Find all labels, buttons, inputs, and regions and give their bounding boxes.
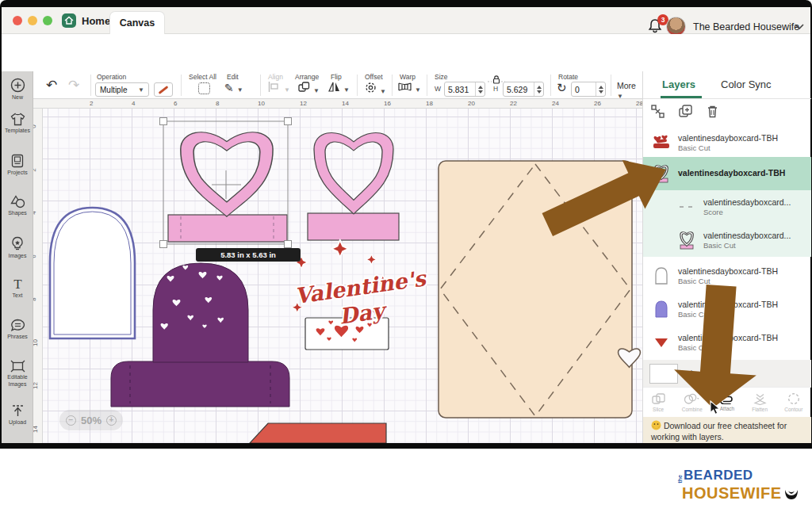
selection-handle[interactable] bbox=[285, 241, 292, 248]
sidebar-item-label: Shapes bbox=[8, 210, 27, 217]
delete-layer-icon[interactable] bbox=[707, 105, 718, 121]
width-value: 5.831 bbox=[445, 85, 475, 94]
selection-handle[interactable] bbox=[160, 118, 167, 125]
heart-box-card-shape-selected[interactable] bbox=[168, 132, 287, 242]
design-canvas[interactable]: 246810121416182022242628 02468101214 bbox=[33, 99, 642, 443]
purple-box-shape[interactable] bbox=[111, 263, 289, 407]
home-nav[interactable]: Home bbox=[62, 13, 110, 28]
attach-paperclip-icon bbox=[719, 394, 735, 404]
redo-icon[interactable]: ↷ bbox=[68, 77, 79, 94]
flatten-button[interactable]: Flatten bbox=[752, 393, 768, 412]
sidebar-item-text[interactable]: T Text bbox=[2, 277, 33, 300]
height-label: H bbox=[493, 85, 498, 93]
sidebar-item-label: Projects bbox=[7, 170, 27, 177]
sidebar-item-shapes[interactable]: Shapes bbox=[2, 195, 33, 217]
more-label: More bbox=[617, 81, 636, 90]
selection-handle[interactable] bbox=[285, 118, 292, 125]
selection-handle[interactable] bbox=[160, 241, 167, 248]
canvas-tab-label: Canvas bbox=[120, 17, 155, 29]
select-all-icon[interactable] bbox=[198, 82, 210, 94]
layer-row[interactable]: valentinesdayboxcard-TBHBasic Cut bbox=[643, 260, 811, 292]
sidebar-item-phrases[interactable]: Phrases bbox=[2, 319, 33, 341]
layer-name: valentinesdayboxcard... bbox=[703, 231, 791, 242]
sidebar-item-images[interactable]: Images bbox=[2, 236, 33, 260]
width-input[interactable]: 5.831 bbox=[444, 82, 485, 97]
layer-thumbnail-white-arch bbox=[651, 266, 672, 285]
combine-label: Combine bbox=[682, 407, 703, 412]
flatten-icon bbox=[753, 393, 767, 405]
maximize-window-button[interactable] bbox=[43, 16, 52, 25]
sidebar-item-projects[interactable]: Projects bbox=[2, 154, 33, 177]
rotate-input[interactable]: 0 bbox=[571, 82, 606, 97]
tab-color-sync[interactable]: Color Sync bbox=[721, 78, 772, 90]
flip-icon[interactable]: ▼ bbox=[328, 82, 350, 94]
operation-select[interactable]: Multiple▼ bbox=[95, 82, 149, 97]
layer-type: Basic Cut bbox=[678, 143, 778, 152]
sidebar-item-upload[interactable]: Upload bbox=[2, 404, 33, 426]
height-input[interactable]: 5.629 bbox=[503, 82, 544, 97]
rotate-icon[interactable]: ↻ bbox=[557, 81, 567, 95]
red-box-shape[interactable] bbox=[250, 423, 386, 443]
sidebar-item-editable-images[interactable]: Editable Images bbox=[2, 360, 33, 388]
sidebar-item-new[interactable]: New bbox=[2, 78, 33, 101]
material-color-row[interactable]: Blank bbox=[643, 360, 811, 387]
layer-row[interactable]: valentinesdayboxcard-TBHBasic Cut bbox=[643, 327, 811, 358]
layer-name: valentinesdayboxcard... bbox=[703, 197, 791, 208]
valentines-title-design[interactable]: Valentine's Day bbox=[292, 240, 432, 350]
layer-row-sub[interactable]: valentinesdayboxcard...Score bbox=[643, 190, 811, 224]
close-window-button[interactable] bbox=[13, 16, 22, 25]
height-stepper[interactable] bbox=[534, 82, 543, 96]
offset-icon[interactable]: ▼ bbox=[365, 82, 386, 96]
undo-icon[interactable]: ↶ bbox=[46, 77, 57, 94]
minimize-window-button[interactable] bbox=[28, 16, 37, 25]
selection-size-tooltip: 5.83 in x 5.63 in bbox=[196, 248, 301, 262]
contour-button[interactable]: Contour bbox=[784, 392, 802, 412]
layer-row[interactable]: valentinesdayboxcard-TBHBasic Cut bbox=[643, 293, 811, 325]
more-button[interactable]: More ▼ bbox=[617, 81, 642, 100]
tab-layers[interactable]: Layers bbox=[662, 78, 695, 90]
slice-label: Slice bbox=[653, 407, 664, 412]
slice-icon bbox=[652, 393, 665, 405]
attach-button[interactable]: Attach bbox=[719, 394, 735, 411]
editable-images-icon bbox=[10, 360, 25, 373]
edit-label: Edit bbox=[227, 73, 239, 81]
logo-prefix: the bbox=[677, 476, 683, 484]
zoom-in-button[interactable]: + bbox=[106, 415, 117, 426]
layer-row-selected[interactable]: valentinesdayboxcard-TBH bbox=[643, 157, 811, 190]
score-layer-icon bbox=[676, 203, 697, 211]
arrange-icon[interactable]: ▼ bbox=[298, 82, 320, 95]
layer-thumbnail-heart-card bbox=[676, 230, 697, 250]
sidebar-item-label: Phrases bbox=[7, 334, 28, 341]
heart-box-card-shape[interactable] bbox=[308, 132, 399, 240]
rotate-stepper[interactable] bbox=[596, 82, 605, 96]
sidebar-item-label: Text bbox=[13, 292, 23, 300]
zoom-out-button[interactable]: − bbox=[66, 415, 76, 426]
offset-label: Offset bbox=[365, 73, 383, 81]
distribute-layers-icon[interactable] bbox=[651, 105, 665, 121]
account-chevron-down-icon[interactable] bbox=[795, 22, 804, 32]
color-swatch-white[interactable] bbox=[649, 364, 678, 384]
sidebar-item-label: Templates bbox=[5, 128, 30, 135]
tab-canvas[interactable]: Canvas bbox=[109, 11, 165, 34]
layer-row[interactable]: valentinesdayboxcard-TBHBasic Cut bbox=[643, 128, 811, 157]
edit-pencil-icon[interactable]: ✎ ▼ bbox=[224, 82, 243, 94]
flip-label: Flip bbox=[331, 73, 342, 81]
slice-button[interactable]: Slice bbox=[652, 393, 665, 412]
align-label: Align bbox=[268, 73, 283, 81]
layer-actions-bar: Slice Combine Attach Flatten Contour bbox=[643, 387, 811, 417]
sidebar-item-label: Upload bbox=[9, 419, 26, 426]
duplicate-layer-icon[interactable] bbox=[679, 105, 692, 121]
warp-icon[interactable]: ▼ bbox=[398, 82, 421, 94]
logo-word-housewife: HOUSEWIFE bbox=[682, 486, 782, 500]
title-bar: Home Canvas 3 The Bearded Housewife bbox=[2, 7, 810, 34]
align-icon[interactable]: ▼ bbox=[268, 82, 290, 94]
pen-color-swatch[interactable] bbox=[154, 82, 173, 97]
sidebar-item-templates[interactable]: Templates bbox=[2, 113, 33, 135]
envelope-shape[interactable] bbox=[439, 161, 640, 418]
combine-button[interactable]: Combine bbox=[682, 393, 703, 412]
home-label: Home bbox=[82, 15, 110, 27]
arch-card-shape[interactable] bbox=[50, 208, 135, 338]
layer-row-sub[interactable]: valentinesdayboxcard...Basic Cut bbox=[643, 224, 811, 257]
width-stepper[interactable] bbox=[475, 82, 485, 96]
cheatsheet-banner[interactable]: Download our free cheatsheet for working… bbox=[643, 417, 811, 443]
